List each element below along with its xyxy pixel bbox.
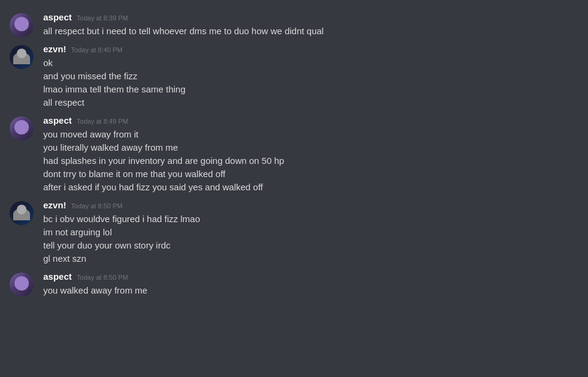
chat-container: aspectToday at 8:39 PMall respect but i …	[0, 0, 588, 310]
message-line: all respect	[43, 96, 578, 109]
message-line: after i asked if you had fizz you said y…	[43, 181, 578, 194]
username[interactable]: ezvn!	[43, 200, 66, 210]
message-line: tell your duo your own story irdc	[43, 239, 578, 252]
message-group: ezvn!Today at 8:50 PMbc i obv wouldve fi…	[0, 198, 588, 268]
timestamp: Today at 8:50 PM	[77, 274, 129, 281]
message-text: you walked away from me	[43, 284, 578, 297]
timestamp: Today at 8:40 PM	[71, 46, 123, 53]
message-group: ezvn!Today at 8:40 PMokand you missed th…	[0, 41, 588, 112]
message-line: all respect but i need to tell whoever d…	[43, 25, 578, 38]
message-line: had splashes in your inventory and are g…	[43, 154, 578, 167]
message-line: you moved away from it	[43, 128, 578, 141]
message-line: lmao imma tell them the same thing	[43, 83, 578, 96]
avatar	[10, 201, 34, 225]
username[interactable]: aspect	[43, 115, 72, 125]
message-text: bc i obv wouldve figured i had fizz lmao…	[43, 213, 578, 265]
message-group: aspectToday at 8:49 PMyou moved away fro…	[0, 113, 588, 196]
message-header: aspectToday at 8:39 PM	[43, 12, 578, 22]
message-line: you literally walked away from me	[43, 141, 578, 154]
message-header: ezvn!Today at 8:50 PM	[43, 200, 578, 210]
message-header: aspectToday at 8:49 PM	[43, 115, 578, 125]
message-line: im not arguing lol	[43, 226, 578, 239]
message-content: aspectToday at 8:39 PMall respect but i …	[43, 12, 578, 38]
message-line: ok	[43, 56, 578, 70]
message-text: you moved away from ityou literally walk…	[43, 128, 578, 194]
timestamp: Today at 8:49 PM	[77, 118, 129, 125]
username[interactable]: aspect	[43, 271, 72, 282]
message-line: bc i obv wouldve figured i had fizz lmao	[43, 213, 578, 226]
message-group: aspectToday at 8:39 PMall respect but i …	[0, 10, 588, 40]
message-header: aspectToday at 8:50 PM	[43, 271, 578, 282]
username[interactable]: ezvn!	[43, 44, 66, 54]
message-line: you walked away from me	[43, 284, 578, 297]
timestamp: Today at 8:50 PM	[71, 202, 123, 210]
avatar	[10, 116, 34, 140]
message-content: ezvn!Today at 8:50 PMbc i obv wouldve fi…	[43, 200, 578, 265]
message-group: aspectToday at 8:50 PMyou walked away fr…	[0, 269, 588, 300]
message-content: aspectToday at 8:49 PMyou moved away fro…	[43, 115, 578, 194]
avatar	[10, 273, 34, 297]
message-content: ezvn!Today at 8:40 PMokand you missed th…	[43, 44, 578, 109]
timestamp: Today at 8:39 PM	[77, 14, 129, 22]
message-content: aspectToday at 8:50 PMyou walked away fr…	[43, 271, 578, 297]
message-text: all respect but i need to tell whoever d…	[43, 25, 578, 38]
message-line: dont trry to blame it on me that you wal…	[43, 167, 578, 181]
avatar	[10, 45, 34, 69]
message-line: gl next szn	[43, 252, 578, 265]
message-line: and you missed the fizz	[43, 70, 578, 83]
message-header: ezvn!Today at 8:40 PM	[43, 44, 578, 54]
avatar	[10, 13, 34, 37]
username[interactable]: aspect	[43, 12, 72, 22]
message-text: okand you missed the fizzlmao imma tell …	[43, 56, 578, 109]
